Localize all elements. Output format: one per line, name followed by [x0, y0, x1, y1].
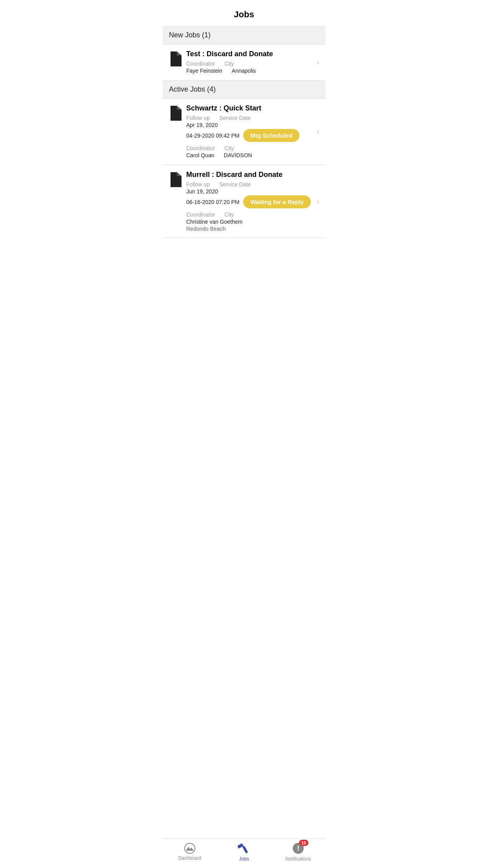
active-jobs-title: Active Jobs (4): [169, 85, 216, 93]
active-jobs-section-header: Active Jobs (4): [163, 81, 325, 99]
job-3-coordinator-label: Coordinator: [186, 211, 215, 218]
job-item-murrell[interactable]: Murrell : Discard and Donate Follow up S…: [163, 165, 325, 238]
job-2-city-label: City: [224, 145, 234, 151]
job-3-doc-icon: [169, 172, 182, 187]
page-header: Jobs: [163, 0, 325, 26]
job-2-coord-labels-row: Coordinator City: [186, 145, 312, 151]
job-2-servicedate-label: Service Date: [219, 115, 251, 121]
job-item-test-discard[interactable]: Test : Discard and Donate Coordinator Ci…: [163, 44, 325, 81]
job-3-title: Murrell : Discard and Donate: [186, 171, 312, 179]
job-2-city-value: DAVIDSON: [224, 152, 252, 158]
job-3-status-badge: Waiting for a Reply: [243, 195, 310, 208]
job-1-coordinator-label: Coordinator: [186, 61, 215, 67]
job-2-coordinator-value: Carol Quan: [186, 152, 215, 158]
job-2-labels-row: Follow up Service Date: [186, 115, 312, 121]
job-1-coordinator-value: Faye Feinstein: [186, 68, 222, 74]
job-2-timestamp-row: 04-29-2020 09:42 PM Mtg Scheduled: [186, 129, 312, 142]
job-3-city-label: City: [224, 211, 234, 218]
job-3-coordinator-value: Christine van Goethem: [186, 219, 242, 225]
job-3-servicedate-label: Service Date: [219, 181, 251, 188]
job-1-chevron[interactable]: ›: [317, 58, 319, 66]
job-2-title: Schwartz : Quick Start: [186, 104, 312, 112]
new-jobs-section-header: New Jobs (1): [163, 26, 325, 44]
job-2-body: Schwartz : Quick Start Follow up Service…: [186, 104, 312, 159]
job-3-labels-row: Follow up Service Date: [186, 181, 312, 188]
job-2-doc-icon: [169, 106, 182, 121]
job-2-coordinator-label: Coordinator: [186, 145, 215, 151]
job-1-body: Test : Discard and Donate Coordinator Ci…: [186, 50, 312, 75]
content-area: New Jobs (1) Test : Discard and Donate C…: [163, 26, 325, 269]
job-2-status-badge: Mtg Scheduled: [243, 129, 299, 142]
job-1-meta-row: Coordinator City: [186, 61, 312, 67]
job-3-timestamp-row: 06-16-2020 07:20 PM Waiting for a Reply: [186, 195, 312, 208]
job-1-title: Test : Discard and Donate: [186, 50, 312, 58]
job-2-coord-values-row: Carol Quan DAVIDSON: [186, 152, 312, 158]
new-jobs-title: New Jobs (1): [169, 31, 211, 39]
job-2-followup-label: Follow up: [186, 115, 210, 121]
job-3-followup-value: Jun 19, 2020: [186, 188, 312, 195]
job-1-values-row: Faye Feinstein Annapolis: [186, 68, 312, 74]
page-title: Jobs: [234, 9, 254, 19]
job-2-timestamp: 04-29-2020 09:42 PM: [186, 132, 239, 139]
job-3-chevron[interactable]: ›: [317, 197, 319, 206]
job-3-coord-labels-row: Coordinator City: [186, 211, 312, 218]
job-item-schwartz[interactable]: Schwartz : Quick Start Follow up Service…: [163, 99, 325, 165]
job-3-coord-values-row: Christine van Goethem: [186, 219, 312, 225]
job-2-chevron[interactable]: ›: [317, 128, 319, 136]
job-1-city-label: City: [224, 61, 234, 67]
job-3-timestamp: 06-16-2020 07:20 PM: [186, 199, 239, 205]
job-3-city-partial: Redondo Beach: [186, 226, 312, 232]
job-doc-icon: [169, 51, 182, 66]
job-3-followup-label: Follow up: [186, 181, 210, 188]
job-3-body: Murrell : Discard and Donate Follow up S…: [186, 171, 312, 232]
job-1-city-value: Annapolis: [232, 68, 256, 74]
job-2-followup-value: Apr 19, 2020: [186, 122, 312, 128]
